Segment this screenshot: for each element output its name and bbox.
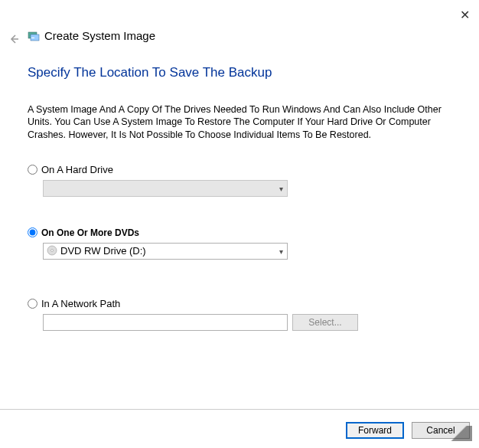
description-text: A System Image And A Copy Of The Drives … [28,103,456,141]
network-label[interactable]: In A Network Path [41,298,120,309]
hard-drive-dropdown [43,180,288,197]
network-radio[interactable] [28,299,37,309]
window-title: Create System Image [44,29,155,42]
cancel-button[interactable]: Cancel [412,422,470,439]
footer-buttons: Forward Cancel [346,422,470,439]
svg-rect-2 [31,38,34,38]
cancel-button-label: Cancel [426,425,455,436]
dvd-option: On One Or More DVDs DVD RW Drive (D:) ▾ [28,227,456,260]
page-heading: Specify The Location To Save The Backup [28,65,456,80]
select-network-button: Select... [292,314,358,331]
hard-drive-label[interactable]: On A Hard Drive [41,164,113,175]
dvd-dropdown[interactable]: DVD RW Drive (D:) [43,243,288,260]
network-path-input[interactable] [43,314,288,331]
network-option: In A Network Path Select... [28,298,456,331]
dvd-label[interactable]: On One Or More DVDs [41,227,139,238]
hard-drive-option: On A Hard Drive ▾ [28,164,456,197]
close-icon[interactable]: ✕ [460,8,470,22]
title-bar: Create System Image [28,29,155,42]
footer-divider [0,409,479,410]
back-arrow-icon[interactable] [8,33,20,48]
system-image-icon [28,30,40,42]
hard-drive-radio[interactable] [28,165,37,175]
forward-button[interactable]: Forward [346,422,404,439]
dvd-radio[interactable] [28,227,37,237]
